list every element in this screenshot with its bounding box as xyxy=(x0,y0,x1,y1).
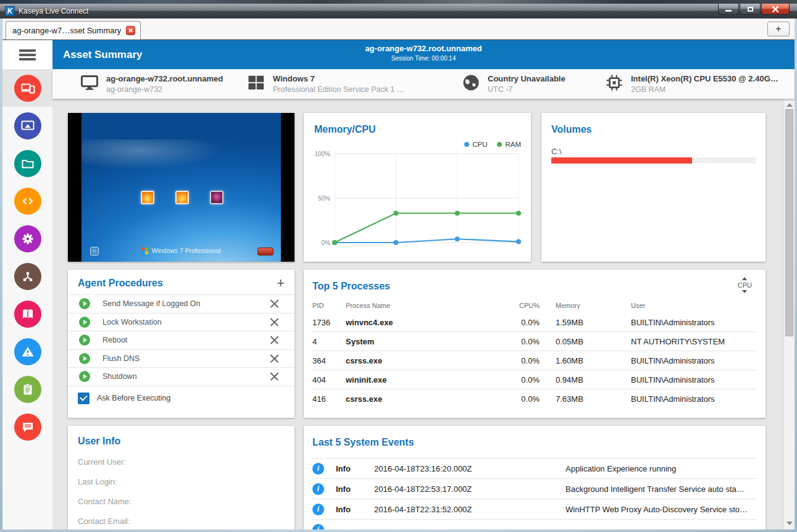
system-events-title: Last 5 System Events xyxy=(312,437,414,448)
remove-procedure-icon[interactable] xyxy=(270,317,279,326)
sidebar-item-documentation[interactable] xyxy=(2,295,52,333)
event-message: Application Experience running xyxy=(565,464,757,473)
close-button[interactable] xyxy=(761,4,790,15)
process-cpu: 0.0% xyxy=(500,394,540,404)
info-hardware: Intel(R) Xeon(R) CPU E5530 @ 2.40G… 2GB … xyxy=(605,73,778,94)
remove-procedure-icon[interactable] xyxy=(270,354,279,363)
add-procedure-button[interactable]: + xyxy=(277,278,285,289)
remove-procedure-icon[interactable] xyxy=(270,372,279,381)
book-icon xyxy=(20,307,35,322)
scroll-down-icon[interactable] xyxy=(787,522,793,525)
ask-before-executing-checkbox[interactable] xyxy=(78,393,90,404)
process-pid: 4 xyxy=(312,337,346,346)
window-titlebar[interactable]: K Kaseya Live Connect xyxy=(0,4,797,19)
procedure-label: Shutdown xyxy=(102,372,270,381)
col-pid: PID xyxy=(312,302,346,309)
scrollbar-thumb[interactable] xyxy=(785,109,793,336)
info-icon: i xyxy=(312,483,324,495)
desktop-thumbnail[interactable]: Windows 7 Professional xyxy=(68,113,294,262)
process-user: NT AUTHORITY\SYSTEM xyxy=(607,337,757,346)
new-tab-button[interactable]: + xyxy=(767,22,790,36)
windows-flag-icon xyxy=(141,247,148,254)
ram-label: 2GB RAM xyxy=(631,85,778,94)
procedure-row: Flush DNS xyxy=(68,349,294,368)
svg-text:100%: 100% xyxy=(314,151,330,157)
user-account-tile xyxy=(175,191,189,204)
process-pid: 416 xyxy=(312,394,346,404)
top-processes-title: Top 5 Processes xyxy=(312,281,390,292)
info-icon: i xyxy=(312,524,324,530)
event-level: Info xyxy=(336,484,374,494)
process-pid: 404 xyxy=(312,375,346,384)
cpu-label: Intel(R) Xeon(R) CPU E5530 @ 2.40G… xyxy=(631,74,778,83)
run-procedure-button[interactable] xyxy=(79,298,90,309)
run-procedure-button[interactable] xyxy=(79,371,90,382)
chat-icon xyxy=(20,420,35,434)
process-memory: 0.05MB xyxy=(540,337,607,346)
remove-procedure-icon[interactable] xyxy=(270,299,279,309)
procedure-row: Shutdown xyxy=(68,367,294,386)
windows-caption: Windows 7 Professional xyxy=(151,247,220,254)
drive-label: C:\ xyxy=(551,147,562,156)
info-machine: ag-orange-w732.root.unnamed ag-orange-w7… xyxy=(80,73,223,94)
procedure-row: Lock Workstation xyxy=(68,313,294,331)
last-login-label: Last Login: xyxy=(78,477,285,486)
event-row: i Info 2016-04-18T23:16:20.000Z Applicat… xyxy=(312,458,757,478)
process-memory: 1.59MB xyxy=(540,318,607,327)
svg-text:50%: 50% xyxy=(318,195,330,202)
info-location: Country Unavailable UTC -7 xyxy=(462,73,565,94)
kaseya-logo-icon: K xyxy=(5,6,15,16)
sidebar-item-chat[interactable] xyxy=(2,408,52,446)
country-label: Country Unavailable xyxy=(488,74,565,83)
sidebar-item-file-manager[interactable] xyxy=(2,144,52,182)
sidebar-item-remote-control[interactable] xyxy=(2,107,52,144)
vertical-scrollbar[interactable] xyxy=(783,99,795,530)
clipboard-icon xyxy=(20,382,35,397)
run-procedure-button[interactable] xyxy=(79,317,90,328)
minimize-icon xyxy=(725,10,732,12)
process-cpu: 0.0% xyxy=(500,318,540,327)
sort-up-icon xyxy=(742,277,747,280)
minimize-button[interactable] xyxy=(718,4,739,15)
hamburger-icon xyxy=(19,48,36,62)
sort-by-cpu-control[interactable]: CPU xyxy=(738,277,752,293)
machine-shortname: ag-orange-w732 xyxy=(106,85,223,94)
drive-usage-track xyxy=(551,157,756,164)
sidebar-item-settings[interactable] xyxy=(2,220,52,257)
tab-asset-summary[interactable]: ag-orange-w7…sset Summary ✕ xyxy=(6,21,141,39)
user-info-title: User Info xyxy=(78,436,285,447)
run-procedure-button[interactable] xyxy=(79,335,90,346)
user-account-tile xyxy=(141,191,154,204)
gear-icon xyxy=(20,231,35,246)
col-memory: Memory xyxy=(540,302,607,309)
run-procedure-button[interactable] xyxy=(79,353,90,364)
page-header: Asset Summary ag-orange-w732.root.unname… xyxy=(52,40,795,69)
os-name: Windows 7 xyxy=(273,74,404,83)
agent-procedures-title: Agent Procedures xyxy=(78,278,163,289)
sidebar-item-asset-summary[interactable] xyxy=(2,69,52,107)
process-cpu: 0.0% xyxy=(500,337,540,346)
sidebar-item-alerts[interactable] xyxy=(2,333,52,370)
window-title: Kaseya Live Connect xyxy=(19,7,88,15)
event-time: 2016-04-18T22:31:52.000Z xyxy=(374,505,565,514)
hub-icon xyxy=(20,269,35,284)
maximize-button[interactable] xyxy=(740,4,761,15)
remove-procedure-icon[interactable] xyxy=(270,336,279,345)
memory-cpu-title: Memory/CPU xyxy=(314,124,376,135)
scroll-up-icon[interactable] xyxy=(787,103,793,107)
window-border xyxy=(795,19,797,532)
monitor-icon xyxy=(80,73,99,92)
procedure-label: Flush DNS xyxy=(102,354,270,363)
procedure-label: Lock Workstation xyxy=(102,318,270,326)
app-window: K Kaseya Live Connect ag-orange-w7…sset … xyxy=(0,0,797,532)
sidebar-item-command-shell[interactable] xyxy=(2,182,52,220)
system-events-panel: Last 5 System Events i Info 2016-04-18T2… xyxy=(304,426,766,530)
col-name: Process Name xyxy=(346,302,500,309)
process-pid: 364 xyxy=(312,356,346,365)
menu-button[interactable] xyxy=(2,40,52,69)
timezone-label: UTC -7 xyxy=(488,85,565,94)
ask-before-executing-label: Ask Before Executing xyxy=(97,394,171,402)
sidebar-item-tasks[interactable] xyxy=(2,370,52,408)
tab-close-icon[interactable]: ✕ xyxy=(126,26,135,35)
sidebar-item-network[interactable] xyxy=(2,257,52,295)
